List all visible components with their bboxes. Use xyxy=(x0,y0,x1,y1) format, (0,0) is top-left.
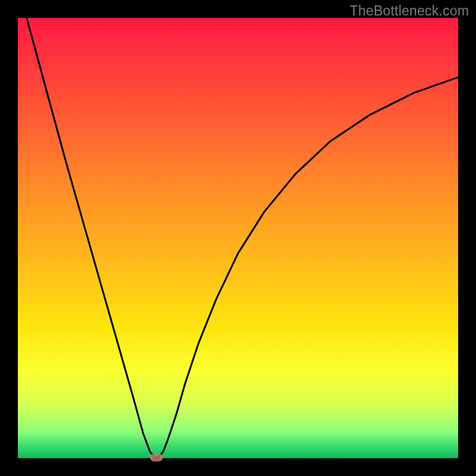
bottleneck-curve xyxy=(18,18,458,458)
watermark-text: TheBottleneck.com xyxy=(350,3,469,19)
plot-area xyxy=(18,18,458,458)
chart-frame: TheBottleneck.com xyxy=(0,0,476,476)
minimum-marker xyxy=(150,453,163,461)
